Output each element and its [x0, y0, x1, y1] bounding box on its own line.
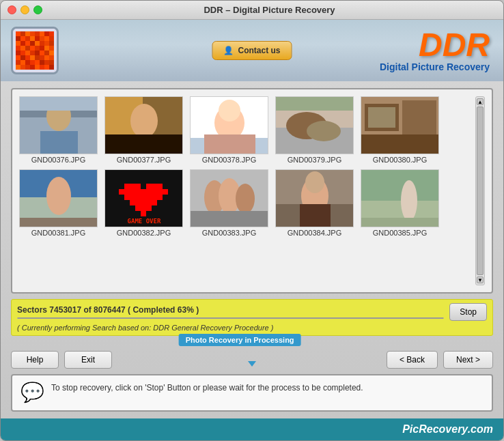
photo-thumb-381	[19, 169, 98, 227]
photo-379-image	[276, 97, 354, 154]
svg-rect-54	[40, 60, 44, 65]
svg-rect-24	[49, 41, 54, 46]
photo-item-384[interactable]: GND00384.JPG	[275, 169, 354, 237]
svg-rect-48	[49, 55, 54, 60]
svg-rect-118	[130, 200, 135, 205]
svg-rect-103	[124, 189, 130, 195]
svg-rect-122	[152, 200, 157, 205]
svg-rect-3	[25, 31, 30, 36]
svg-point-132	[236, 184, 255, 214]
next-button[interactable]: Next >	[443, 351, 493, 369]
gallery-scrollbar[interactable]: ▲ ▼	[475, 96, 485, 285]
svg-rect-42	[20, 55, 25, 60]
photo-label-381: GND00381.JPG	[31, 229, 85, 237]
svg-rect-53	[35, 60, 40, 65]
svg-rect-119	[135, 200, 141, 205]
photo-item-378[interactable]: GND00378.JPG	[190, 96, 268, 164]
traffic-lights	[8, 5, 42, 14]
logo-mosaic-icon	[16, 31, 54, 70]
photo-item-383[interactable]: GND00383.JPG	[190, 169, 268, 237]
progress-bar-track	[17, 317, 444, 319]
svg-rect-79	[204, 134, 255, 154]
progress-bar-container: Sectors 7453017 of 8076447 ( Completed 6…	[17, 303, 487, 321]
photo-label-384: GND00384.JPG	[288, 229, 341, 237]
svg-rect-62	[40, 65, 44, 70]
scroll-up-arrow[interactable]: ▲	[477, 98, 484, 105]
gallery-scroll: GND00376.JPG	[19, 96, 485, 285]
photo-item-381[interactable]: GND00381.JPG	[19, 169, 98, 237]
app-logo	[11, 27, 59, 74]
photo-item-377[interactable]: GND00377.JPG	[104, 96, 183, 164]
footer: PicRecovery.com	[1, 418, 503, 440]
svg-rect-69	[20, 97, 98, 111]
photo-thumb-378	[190, 96, 268, 154]
svg-rect-1	[16, 31, 20, 36]
exit-button[interactable]: Exit	[64, 351, 112, 369]
svg-rect-120	[141, 200, 146, 205]
photo-item-376[interactable]: GND00376.JPG	[19, 96, 98, 164]
svg-rect-94	[20, 218, 98, 227]
photo-item-382[interactable]: GAME OVER GND00382.JPG	[104, 169, 183, 237]
svg-rect-101	[157, 184, 163, 189]
svg-rect-26	[20, 46, 25, 51]
svg-rect-4	[30, 31, 35, 36]
svg-rect-36	[30, 51, 35, 55]
svg-rect-105	[135, 189, 141, 195]
svg-rect-43	[25, 55, 30, 60]
svg-rect-64	[49, 65, 54, 70]
help-button[interactable]: Help	[11, 351, 59, 369]
svg-rect-125	[146, 205, 152, 211]
gallery-area: GND00376.JPG	[11, 88, 493, 294]
photo-384-image	[276, 170, 354, 227]
svg-rect-39	[44, 51, 49, 55]
svg-rect-19	[25, 41, 30, 46]
info-message: To stop recovery, click on 'Stop' Button…	[51, 381, 363, 393]
photo-item-379[interactable]: GND00379.JPG	[275, 96, 354, 164]
svg-rect-89	[368, 107, 395, 128]
photo-item-385[interactable]: GND00385.JPG	[361, 169, 439, 237]
svg-point-142	[401, 180, 417, 221]
svg-rect-5	[35, 31, 40, 36]
svg-rect-47	[44, 55, 49, 60]
svg-rect-123	[135, 205, 141, 211]
svg-rect-104	[130, 189, 135, 195]
info-area: 💬 To stop recovery, click on 'Stop' Butt…	[11, 374, 493, 412]
svg-rect-34	[20, 51, 25, 55]
stop-button[interactable]: Stop	[449, 303, 487, 321]
minimize-button[interactable]	[20, 5, 29, 14]
contact-button[interactable]: 👤 Contact us	[212, 41, 292, 60]
progress-area: Sectors 7453017 of 8076447 ( Completed 6…	[11, 299, 493, 336]
sector-text: Sectors 7453017 of 8076447 ( Completed 6…	[17, 305, 444, 315]
progress-status-text: ( Currently performing Search based on: …	[17, 324, 487, 332]
svg-rect-6	[40, 31, 44, 36]
svg-rect-114	[141, 195, 146, 200]
brand-area: DDR Digital Picture Recovery	[380, 29, 490, 72]
scroll-thumb[interactable]	[477, 106, 484, 275]
photo-item-380[interactable]: GND00380.JPG	[361, 96, 439, 164]
svg-rect-10	[20, 36, 25, 41]
svg-rect-109	[157, 189, 163, 195]
photo-thumb-380	[361, 96, 439, 154]
gallery-photos: GND00376.JPG	[19, 96, 470, 285]
scroll-down-arrow[interactable]: ▼	[477, 276, 484, 283]
svg-rect-37	[35, 51, 40, 55]
maximize-button[interactable]	[33, 5, 42, 14]
svg-rect-98	[135, 184, 141, 189]
svg-rect-115	[146, 195, 152, 200]
svg-rect-41	[16, 55, 20, 60]
svg-rect-16	[49, 36, 54, 41]
svg-rect-116	[152, 195, 157, 200]
svg-rect-14	[40, 36, 44, 41]
photo-thumb-384	[275, 169, 354, 227]
svg-rect-18	[20, 41, 25, 46]
photo-380-image	[361, 97, 439, 154]
photo-label-382: GND00382.JPG	[117, 229, 171, 237]
back-button[interactable]: < Back	[387, 351, 438, 369]
svg-rect-22	[40, 41, 44, 46]
svg-point-83	[307, 121, 341, 141]
svg-rect-96	[124, 184, 130, 189]
svg-rect-25	[16, 46, 20, 51]
close-button[interactable]	[8, 5, 16, 14]
photo-383-image	[191, 170, 268, 227]
svg-rect-8	[49, 31, 54, 36]
